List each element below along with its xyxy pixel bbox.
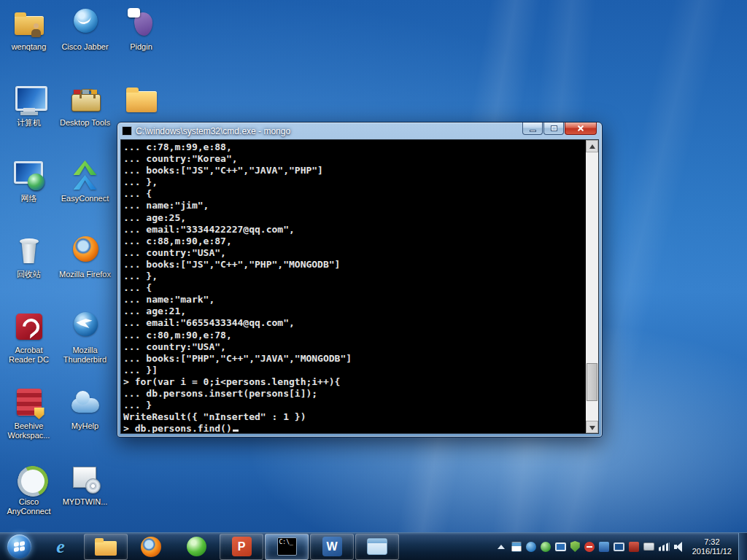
clock-date: 2016/11/12 <box>692 547 732 556</box>
acrobat-icon <box>12 309 47 344</box>
terminal-line: ... c:80,m:90,e:78, <box>123 330 584 341</box>
thunderbird-icon <box>68 309 103 344</box>
desktop-icon-label: EasyConnect <box>58 194 112 203</box>
terminal-scrollbar[interactable] <box>586 140 598 433</box>
toolbox-icon <box>68 82 103 117</box>
user-folder-icon <box>12 6 47 41</box>
terminal-line: ... books:["JS","C++","JAVA","PHP"] <box>123 165 584 176</box>
taskbar: e P C:\_ W <box>0 532 747 560</box>
desktop-icon-myhelp[interactable]: MyHelp <box>58 385 112 431</box>
tray-input-method-icon[interactable] <box>599 542 609 552</box>
scroll-thumb[interactable] <box>587 363 597 401</box>
terminal-line: ... country:"USA", <box>123 341 584 353</box>
firefox-icon <box>141 537 161 557</box>
tray-network-icon[interactable] <box>659 542 670 551</box>
desktop-icon-beehive[interactable]: Beehive Workspac... <box>1 385 56 440</box>
desktop-icon-desktop-tools[interactable]: Desktop Tools <box>58 82 112 128</box>
desktop-icon-thunderbird[interactable]: Mozilla Thunderbird <box>58 309 112 365</box>
taskbar-cmd[interactable]: C:\_ <box>265 534 309 560</box>
anyconnect-icon <box>12 461 47 496</box>
terminal-line: ... country:"USA", <box>123 247 584 259</box>
tray-display-icon[interactable] <box>555 542 566 551</box>
desktop-icon-acrobat[interactable]: Acrobat Reader DC <box>1 309 56 365</box>
green-globe-icon <box>187 537 206 556</box>
computer-icon <box>12 82 47 117</box>
desktop-icon-computer[interactable]: 计算机 <box>1 82 56 128</box>
taskbar-app-window[interactable] <box>355 534 399 560</box>
beehive-icon <box>12 385 47 420</box>
show-desktop-button[interactable] <box>738 533 747 560</box>
jabber-icon <box>68 6 103 41</box>
terminal[interactable]: ... c:78,m:99,e:88, ... country:"Korea",… <box>120 139 599 434</box>
desktop-icon-pidgin[interactable]: Pidgin <box>114 6 169 52</box>
windows-orb-icon <box>7 534 31 559</box>
taskbar-windows-explorer[interactable] <box>84 534 128 560</box>
taskbar-firefox[interactable] <box>128 533 174 560</box>
taskbar-word[interactable]: W <box>310 534 354 560</box>
explorer-folder-icon <box>95 538 117 556</box>
tray-printer-icon[interactable] <box>643 542 654 551</box>
scroll-down-arrow[interactable] <box>586 421 598 433</box>
hidden-icons-button[interactable] <box>498 545 505 549</box>
cmd-titlebar-icon <box>122 126 132 136</box>
desktop-icon-label: Mozilla Thunderbird <box>58 346 112 365</box>
desktop-icon-jabber[interactable]: Cisco Jabber <box>58 6 112 52</box>
desktop-icon-folder[interactable] <box>114 82 169 118</box>
scroll-up-arrow[interactable] <box>586 140 598 152</box>
taskbar-clock[interactable]: 7:32 2016/11/12 <box>692 537 732 556</box>
installer-icon <box>68 461 103 496</box>
cmd-window-titlebar[interactable]: C:\windows\system32\cmd.exe - mongo <box>117 122 602 139</box>
tray-vpn-icon[interactable] <box>614 542 624 551</box>
tray-alert-icon[interactable] <box>584 542 595 552</box>
desktop-icon-network[interactable]: 网络 <box>1 158 56 203</box>
tray-help-icon[interactable] <box>526 542 536 552</box>
maximize-button[interactable] <box>543 122 564 135</box>
terminal-line: ... }, <box>123 271 584 282</box>
terminal-line: ... db.persons.insert(persons[i]); <box>123 388 584 400</box>
close-button[interactable] <box>565 122 597 135</box>
desktop-icon-firefox[interactable]: Mozilla Firefox <box>58 233 112 279</box>
tray-defender-icon[interactable] <box>629 542 639 552</box>
tray-messenger-icon[interactable] <box>541 542 551 552</box>
taskbar-powerpoint[interactable]: P <box>220 534 263 560</box>
start-button[interactable] <box>0 533 38 560</box>
terminal-line: ... email:"3334422227@qq.com", <box>123 224 584 236</box>
terminal-line: ... age:25, <box>123 212 584 224</box>
system-tray: 7:32 2016/11/12 <box>498 537 738 556</box>
desktop-background: wenqtang 计算机 网络 回收站 Acrobat Reader DC Be… <box>0 0 747 560</box>
terminal-prompt-text: > db.persons.find() <box>123 423 232 434</box>
tray-volume-icon[interactable] <box>674 542 685 551</box>
desktop-icon-label: Cisco AnyConnect <box>1 497 56 516</box>
desktop-icon-easyconnect[interactable]: EasyConnect <box>58 158 112 203</box>
cloud-icon <box>68 385 103 420</box>
terminal-cursor <box>233 429 239 432</box>
taskbar-internet-explorer[interactable]: e <box>38 533 83 560</box>
pidgin-icon <box>124 6 159 41</box>
desktop-icon-wenqtang[interactable]: wenqtang <box>1 6 56 52</box>
folder-icon <box>124 82 159 117</box>
minimize-button[interactable] <box>522 122 543 135</box>
terminal-line: ... } <box>123 400 584 411</box>
terminal-line: ... }] <box>123 365 584 376</box>
window-title: C:\windows\system32\cmd.exe - mongo <box>136 126 290 136</box>
tray-security-shield-icon[interactable] <box>570 541 580 552</box>
firefox-icon <box>68 233 103 268</box>
desktop-icon-anyconnect[interactable]: Cisco AnyConnect <box>1 461 56 516</box>
terminal-prompt-line: > db.persons.find() <box>123 423 584 434</box>
tray-calendar-icon[interactable] <box>511 542 522 552</box>
desktop-icon-label: Acrobat Reader DC <box>1 346 56 365</box>
terminal-line: ... name:"jim", <box>123 200 584 211</box>
desktop-icon-label: 计算机 <box>1 118 56 128</box>
clock-time: 7:32 <box>692 537 732 547</box>
taskbar-green-browser[interactable] <box>174 533 219 560</box>
desktop-icon-mydtwin[interactable]: MYDTWIN... <box>58 461 112 507</box>
desktop-icon-label: MyHelp <box>58 421 112 431</box>
terminal-line: > for(var i = 0;i<persons.length;i++){ <box>123 376 584 388</box>
terminal-output: ... c:78,m:99,e:88, ... country:"Korea",… <box>123 141 584 434</box>
desktop-icon-label: Beehive Workspac... <box>1 421 56 440</box>
desktop-icon-recycle-bin[interactable]: 回收站 <box>1 233 56 279</box>
desktop-icon-label: Mozilla Firefox <box>58 270 112 279</box>
app-window-icon <box>367 538 387 555</box>
terminal-line: ... age:21, <box>123 306 584 317</box>
desktop-icon-label: Desktop Tools <box>58 118 112 128</box>
